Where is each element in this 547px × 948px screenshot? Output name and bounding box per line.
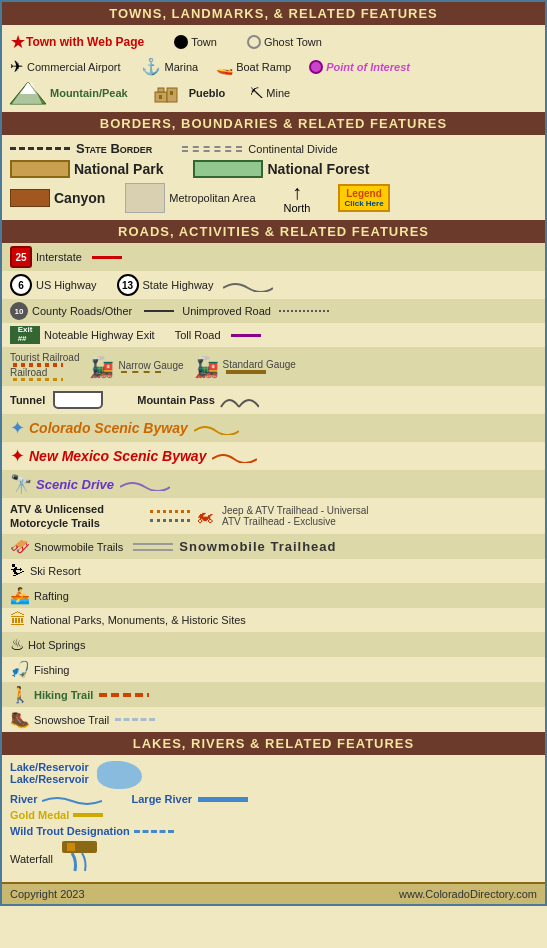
borders-section: Borders, Boundaries & Related Features S… bbox=[2, 112, 545, 220]
natl-park-label: National Park bbox=[74, 161, 163, 177]
nm-scenic-label: New Mexico Scenic Byway bbox=[29, 448, 206, 464]
natl-parks-row: 🏛 National Parks, Monuments, & Historic … bbox=[2, 608, 545, 632]
mountain-pass-icon bbox=[219, 389, 259, 411]
narrow-gauge-label: Narrow Gauge bbox=[118, 360, 183, 371]
state-border-line bbox=[10, 147, 70, 150]
mountain-icon bbox=[10, 80, 46, 106]
town-item: Town bbox=[174, 35, 217, 49]
town-dot-icon bbox=[174, 35, 188, 49]
gold-medal-label: Gold Medal bbox=[10, 809, 69, 821]
river-label: River bbox=[10, 793, 38, 805]
nm-scenic-row: ✦ New Mexico Scenic Byway bbox=[2, 442, 545, 470]
ski-resort-row: ⛷ Ski Resort bbox=[2, 559, 545, 583]
roads-section: Roads, Activities & Related Features 25 … bbox=[2, 220, 545, 732]
rafting-row: 🚣 Rafting bbox=[2, 583, 545, 608]
unimproved-label: Unimproved Road bbox=[182, 305, 271, 317]
fishing-icon: 🎣 bbox=[10, 660, 30, 679]
jeep-atv-label: Jeep & ATV Trailhead - Universal bbox=[222, 505, 369, 516]
scenic-drive-binoculars-icon: 🔭 bbox=[10, 473, 32, 495]
toll-road-label: Toll Road bbox=[175, 329, 221, 341]
river-row: River Large River bbox=[10, 791, 537, 807]
canyon-label: Canyon bbox=[54, 190, 105, 206]
narrow-gauge-item: 🚂 Narrow Gauge bbox=[89, 355, 183, 379]
lake-shape-icon bbox=[97, 761, 142, 789]
atv-dot-line-2 bbox=[150, 519, 190, 522]
north-label: North bbox=[284, 202, 311, 214]
highway-row: 6 US Highway 13 State Highway bbox=[2, 271, 545, 299]
river-item: River bbox=[10, 793, 102, 805]
atv-lines-block bbox=[150, 510, 190, 522]
tunnel-row: Tunnel Mountain Pass bbox=[2, 386, 545, 414]
ski-resort-icon: ⛷ bbox=[10, 562, 26, 580]
trout-row: Wild Trout Designation bbox=[10, 823, 537, 839]
interstate-row: 25 Interstate bbox=[2, 243, 545, 271]
svg-rect-5 bbox=[158, 88, 164, 92]
lakes-header: Lakes, Rivers & Related Features bbox=[2, 732, 545, 755]
hot-springs-icon: ♨ bbox=[10, 635, 24, 654]
anchor-icon: ⚓ bbox=[141, 57, 161, 76]
north-item: ↑ North bbox=[276, 182, 319, 214]
nm-scenic-line bbox=[212, 449, 257, 463]
legend-item[interactable]: Legend Click Here bbox=[338, 184, 389, 212]
toll-road-line-icon bbox=[231, 334, 261, 337]
copyright-label: Copyright 2023 bbox=[10, 888, 85, 900]
narrow-gauge-line bbox=[121, 371, 161, 373]
snowshoe-label: Snowshoe Trail bbox=[34, 714, 109, 726]
narrow-gauge-train-icon: 🚂 bbox=[89, 355, 114, 379]
svg-rect-6 bbox=[159, 95, 162, 99]
airport-item: ✈ Commercial Airport bbox=[10, 57, 121, 76]
co-scenic-label: Colorado Scenic Byway bbox=[29, 420, 188, 436]
cont-divide-line bbox=[182, 146, 242, 152]
scenic-drive-row: 🔭 Scenic Drive bbox=[2, 470, 545, 498]
website-label: www.ColoradoDirectory.com bbox=[399, 888, 537, 900]
lakes-section: Lakes, Rivers & Related Features Lake/Re… bbox=[2, 732, 545, 882]
exit-badge-icon: Exit## bbox=[10, 326, 40, 344]
standard-gauge-label: Standard Gauge bbox=[223, 359, 296, 370]
unimproved-line-icon bbox=[279, 310, 329, 312]
poi-icon bbox=[309, 60, 323, 74]
snowmobile-icon: 🛷 bbox=[10, 537, 30, 556]
towns-section: Towns, Landmarks, & Related Features ★ T… bbox=[2, 2, 545, 112]
borders-row-3: Canyon Metropolitan Area ↑ North Legend … bbox=[10, 180, 537, 216]
nm-scenic-icon: ✦ bbox=[10, 445, 25, 467]
natl-forest-label: National Forest bbox=[267, 161, 369, 177]
interstate-badge: 25 bbox=[10, 246, 32, 268]
mine-item: ⛏ Mine bbox=[250, 86, 290, 101]
scenic-drive-line bbox=[120, 477, 170, 491]
railroad-label: Railroad bbox=[10, 367, 79, 378]
natl-park-item: National Park bbox=[10, 160, 163, 178]
large-river-label: Large River bbox=[132, 793, 193, 805]
metro-label: Metropolitan Area bbox=[169, 192, 255, 204]
svg-rect-7 bbox=[170, 91, 173, 95]
town-label: Town bbox=[191, 36, 217, 48]
railroad-row-inner: Tourist Railroad Railroad 🚂 Narrow Gauge… bbox=[10, 350, 537, 383]
ski-resort-label: Ski Resort bbox=[30, 565, 81, 577]
snowmobile-row: 🛷 Snowmobile Trails Snowmobile Trailhead bbox=[2, 534, 545, 559]
fishing-label: Fishing bbox=[34, 664, 69, 676]
marina-label: Marina bbox=[165, 61, 199, 73]
large-river-item: Large River bbox=[132, 793, 251, 805]
town-web-label: Town with Web Page bbox=[26, 35, 144, 49]
atv-right-labels: Jeep & ATV Trailhead - Universal ATV Tra… bbox=[222, 505, 369, 527]
county-row: 10 County Roads/Other Unimproved Road bbox=[2, 299, 545, 323]
star-icon: ★ bbox=[10, 31, 26, 53]
snowshoe-row: 🥾 Snowshoe Trail bbox=[2, 707, 545, 732]
legend-box-icon[interactable]: Legend Click Here bbox=[338, 184, 389, 212]
atv-label-block: ATV & Unlicensed Motorcycle Trails bbox=[10, 502, 150, 530]
roads-header: Roads, Activities & Related Features bbox=[2, 220, 545, 243]
natl-park-box-icon bbox=[10, 160, 70, 178]
boat-ramp-label: Boat Ramp bbox=[236, 61, 291, 73]
footer: Copyright 2023 www.ColoradoDirectory.com bbox=[2, 882, 545, 904]
natl-parks-icon: 🏛 bbox=[10, 611, 26, 629]
borders-header: Borders, Boundaries & Related Features bbox=[2, 112, 545, 135]
state-highway-badge: 13 bbox=[117, 274, 139, 296]
waterfall-label: Waterfall bbox=[10, 853, 53, 865]
snowmobile-track-icon bbox=[133, 543, 173, 551]
cont-divide-label: Continental Divide bbox=[248, 143, 337, 155]
lake-label-2: Lake/Reservoir bbox=[10, 773, 89, 785]
waterfall-item: Waterfall bbox=[10, 841, 102, 876]
rafting-label: Rafting bbox=[34, 590, 69, 602]
us-highway-badge: 6 bbox=[10, 274, 32, 296]
waterfall-icon bbox=[57, 841, 102, 876]
county-roads-label: County Roads/Other bbox=[32, 305, 132, 317]
